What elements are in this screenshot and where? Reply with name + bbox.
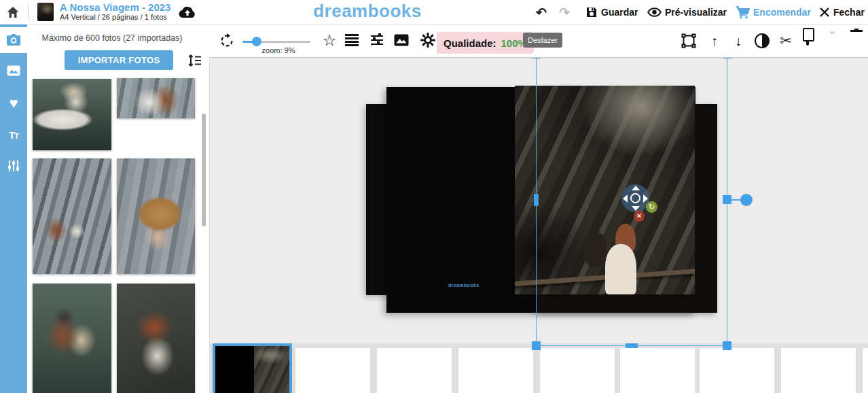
cover-brand-logo: dreambooks xyxy=(448,283,480,288)
page-thumbnail[interactable] xyxy=(620,348,695,393)
save-button[interactable]: Guardar xyxy=(585,4,638,20)
preview-label: Pré-visualizar xyxy=(665,7,727,18)
photos-panel: Máximo de 600 fotos (27 importadas) IMPO… xyxy=(27,24,210,393)
rotate-icon[interactable] xyxy=(219,33,235,49)
quality-badge: Qualidade: 100% xyxy=(437,32,534,54)
order-label: Encomendar xyxy=(753,7,811,18)
heart-icon: ♥ xyxy=(9,95,18,112)
cart-icon xyxy=(736,6,750,19)
header-divider xyxy=(28,4,29,20)
contrast-icon[interactable] xyxy=(754,33,770,49)
home-button[interactable] xyxy=(5,5,20,20)
undo-tooltip: Desfazer xyxy=(523,33,562,48)
project-title[interactable]: A Nossa Viagem - 2023 xyxy=(60,1,170,13)
preview-button[interactable]: Pré-visualizar xyxy=(647,4,727,20)
page-thumbnail[interactable] xyxy=(863,348,868,393)
photo-thumbnail-couple-embrace[interactable] xyxy=(117,78,195,118)
page-thumbnail[interactable] xyxy=(540,348,615,393)
photos-limit-text: Máximo de 600 fotos (27 importadas) xyxy=(27,33,197,43)
page-thumbnail[interactable] xyxy=(700,348,774,393)
cover-thumbnail-preview xyxy=(215,346,289,393)
resize-handle-bottom-right[interactable] xyxy=(723,341,731,350)
move-up-arrow xyxy=(632,186,640,190)
project-thumbnail[interactable] xyxy=(37,3,54,21)
close-label: Fechar xyxy=(833,7,865,18)
paste-icon[interactable] xyxy=(827,33,844,49)
bring-forward-icon[interactable]: ↑ xyxy=(706,33,723,49)
resize-handle-right[interactable] xyxy=(723,195,731,204)
stretch-handle[interactable] xyxy=(740,194,753,206)
quality-label: Qualidade: xyxy=(444,37,496,49)
app-logo: dreambooks xyxy=(298,1,437,22)
photo-thumbnail-woman-with-hat[interactable] xyxy=(117,158,195,274)
zoom-level-label: zoom: 9% xyxy=(245,46,312,54)
resize-handle-bottom[interactable] xyxy=(626,343,638,348)
layouts-icon[interactable] xyxy=(345,34,359,46)
move-control[interactable] xyxy=(621,184,649,212)
move-down-arrow xyxy=(632,206,640,211)
save-label: Guardar xyxy=(601,7,638,18)
close-icon xyxy=(819,7,830,18)
zoom-slider-knob[interactable] xyxy=(252,37,261,46)
editor-toolbar: zoom: 9% ☆ xyxy=(209,24,868,58)
tool-sidebar: ♥ TT xyxy=(0,24,27,393)
page-thumbnail[interactable] xyxy=(781,348,856,393)
sidebar-item-text[interactable]: TT xyxy=(0,122,27,148)
camera-icon xyxy=(6,34,21,46)
page-thumbnail[interactable] xyxy=(458,348,533,393)
project-subtitle: A4 Vertical / 26 páginas / 1 fotos xyxy=(60,13,167,21)
photo-thumbnail-selfie-couple[interactable] xyxy=(33,284,111,393)
photo-person-detail xyxy=(605,244,636,294)
adjust-icon xyxy=(7,160,20,172)
panel-scrollbar[interactable] xyxy=(202,114,206,226)
redo-icon[interactable]: ↷ xyxy=(556,5,573,19)
image-settings-icon[interactable] xyxy=(394,34,409,46)
move-center-ring xyxy=(630,193,640,203)
photo-thumbnail-woman-in-boat[interactable] xyxy=(33,79,111,150)
undo-icon[interactable]: ↶ xyxy=(533,5,549,19)
cut-icon[interactable]: ✂ xyxy=(778,33,794,49)
sort-icon[interactable] xyxy=(187,53,203,68)
cloud-upload-icon[interactable] xyxy=(177,3,198,21)
photo-person-detail xyxy=(583,232,607,267)
save-icon xyxy=(585,6,598,18)
image-icon xyxy=(7,65,20,76)
sidebar-item-favorites[interactable]: ♥ xyxy=(0,90,27,116)
close-button[interactable]: Fechar xyxy=(819,4,865,20)
favorite-icon[interactable]: ☆ xyxy=(321,32,338,48)
tune-icon[interactable] xyxy=(369,33,384,48)
sidebar-item-photos[interactable] xyxy=(0,27,27,53)
copy-icon[interactable] xyxy=(803,33,819,49)
move-right-arrow xyxy=(643,194,648,203)
remove-photo-badge[interactable]: × xyxy=(634,211,645,222)
resize-handle-bottom-left[interactable] xyxy=(532,341,541,350)
import-photos-button[interactable]: IMPORTAR FOTOS xyxy=(65,50,173,70)
page-thumbnail-cover-selected[interactable] xyxy=(213,343,292,393)
text-icon: TT xyxy=(9,129,18,141)
photo-thumbnail-woman-lying[interactable] xyxy=(117,284,195,393)
placed-photo[interactable] xyxy=(515,86,695,294)
delete-icon[interactable] xyxy=(852,33,868,49)
move-left-arrow xyxy=(623,194,628,203)
send-backward-icon[interactable]: ↓ xyxy=(730,33,746,49)
rotate-photo-badge[interactable]: ↻ xyxy=(646,201,657,213)
transform-icon[interactable] xyxy=(681,33,697,49)
settings-gear-icon[interactable] xyxy=(420,32,436,48)
pages-filmstrip xyxy=(209,343,868,393)
dreambooks-editor: A Nossa Viagem - 2023 A4 Vertical / 26 p… xyxy=(0,0,868,393)
header-bar: A Nossa Viagem - 2023 A4 Vertical / 26 p… xyxy=(0,0,868,24)
eye-icon xyxy=(647,7,662,18)
sidebar-item-adjustments[interactable] xyxy=(0,153,27,179)
page-thumbnail[interactable] xyxy=(377,348,452,393)
resize-handle-left[interactable] xyxy=(534,194,539,206)
page-thumbnail[interactable] xyxy=(295,348,370,393)
photo-thumbnail-couple-on-rocks[interactable] xyxy=(33,158,111,274)
sidebar-item-backgrounds[interactable] xyxy=(0,58,27,84)
order-button[interactable]: Encomendar xyxy=(736,4,811,20)
